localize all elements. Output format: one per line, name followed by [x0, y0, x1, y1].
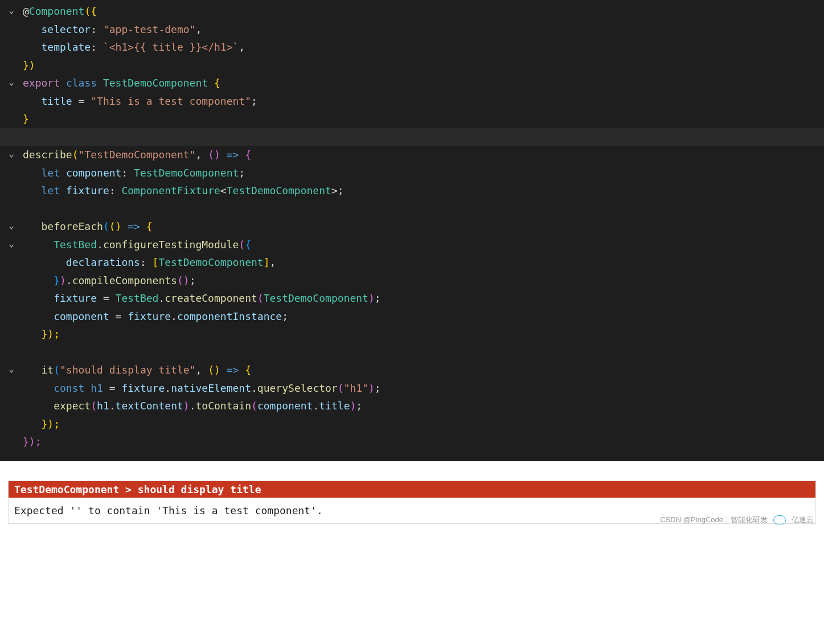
- method-call: toContain: [196, 400, 252, 412]
- gap: [0, 461, 824, 481]
- brace: });: [23, 436, 42, 448]
- watermark-text-right: 亿速云: [792, 515, 814, 525]
- method-call: configureTestingModule: [103, 239, 239, 251]
- code-line[interactable]: let fixture: ComponentFixture<TestDemoCo…: [0, 182, 824, 200]
- string-literal: "app-test-demo": [103, 23, 196, 35]
- chevron-down-icon[interactable]: ⌄: [9, 236, 14, 252]
- string-literal: "TestDemoComponent": [79, 149, 196, 161]
- code-line[interactable]: ⌄ export class TestDemoComponent {: [0, 74, 824, 92]
- string-literal: "This is a test component": [91, 95, 251, 107]
- code-editor[interactable]: ⌄ @Component({ selector: "app-test-demo"…: [0, 0, 824, 461]
- type-ref: TestDemoComponent: [227, 184, 331, 196]
- chevron-down-icon[interactable]: ⌄: [9, 2, 14, 18]
- code-line[interactable]: let component: TestDemoComponent;: [0, 164, 824, 182]
- code-line[interactable]: ⌄ TestBed.configureTestingModule({: [0, 236, 824, 254]
- object-ref: h1: [97, 400, 109, 412]
- chevron-down-icon[interactable]: ⌄: [9, 74, 14, 90]
- class-name: TestDemoComponent: [103, 77, 208, 89]
- code-line[interactable]: });: [0, 325, 824, 343]
- keyword-const: const: [54, 382, 84, 394]
- arrow: =>: [121, 220, 146, 232]
- fold-gutter[interactable]: ⌄: [0, 236, 23, 252]
- function-call: beforeEach: [42, 220, 103, 232]
- keyword-let: let: [42, 184, 60, 196]
- decorator-name: Component: [29, 5, 85, 17]
- type-ref: TestDemoComponent: [264, 292, 368, 304]
- code-line[interactable]: [0, 200, 824, 218]
- code-line[interactable]: component = fixture.componentInstance;: [0, 307, 824, 326]
- variable: component: [66, 167, 122, 179]
- type-ref: TestDemoComponent: [134, 167, 239, 179]
- code-line[interactable]: }: [0, 110, 824, 128]
- property: nativeElement: [171, 382, 251, 394]
- fold-gutter[interactable]: ⌄: [0, 74, 23, 90]
- method-call: querySelector: [257, 382, 338, 394]
- code-line[interactable]: [0, 343, 824, 362]
- code-line-active[interactable]: [0, 128, 824, 146]
- code-line[interactable]: ⌄ beforeEach(() => {: [0, 218, 824, 236]
- fold-gutter[interactable]: ⌄: [0, 146, 23, 162]
- code-line[interactable]: expect(h1.textContent).toContain(compone…: [0, 397, 824, 415]
- code-line[interactable]: declarations: [TestDemoComponent],: [0, 253, 824, 272]
- function-call: describe: [23, 149, 72, 161]
- property: textContent: [116, 400, 183, 412]
- code-line[interactable]: }): [0, 56, 824, 75]
- string-literal: `<h1>{{ title }}</h1>`: [103, 41, 239, 53]
- object-ref: TestBed: [54, 239, 97, 251]
- code-line[interactable]: ⌄ describe("TestDemoComponent", () => {: [0, 146, 824, 164]
- chevron-down-icon[interactable]: ⌄: [9, 218, 14, 233]
- arrow: =>: [220, 149, 245, 161]
- code-line[interactable]: const h1 = fixture.nativeElement.querySe…: [0, 379, 824, 397]
- variable: component: [54, 310, 109, 322]
- code-line[interactable]: selector: "app-test-demo",: [0, 20, 824, 39]
- type-ref: ComponentFixture: [121, 184, 220, 196]
- brace: });: [42, 418, 60, 430]
- fold-gutter[interactable]: ⌄: [0, 361, 23, 377]
- chevron-down-icon[interactable]: ⌄: [9, 146, 14, 162]
- code-line[interactable]: });: [0, 433, 824, 451]
- fold-gutter[interactable]: ⌄: [0, 2, 23, 18]
- test-result-header: TestDemoComponent > should display title: [9, 481, 815, 498]
- property: title: [319, 400, 350, 412]
- watermark-text-left: CSDN @PingCode｜智能化研发: [660, 515, 768, 525]
- code-line[interactable]: ⌄ @Component({: [0, 2, 824, 20]
- code-line[interactable]: title = "This is a test component";: [0, 92, 824, 110]
- keyword-class: class: [66, 77, 97, 89]
- watermark: CSDN @PingCode｜智能化研发 亿速云: [660, 515, 814, 525]
- function-call: expect: [54, 400, 91, 412]
- variable: fixture: [54, 292, 97, 304]
- code-line[interactable]: ⌄ it("should display title", () => {: [0, 361, 824, 379]
- code-line[interactable]: template: `<h1>{{ title }}</h1>`,: [0, 38, 824, 56]
- object-ref: fixture: [121, 382, 165, 394]
- cloud-icon: [773, 515, 786, 524]
- brace: {: [208, 77, 220, 89]
- brace: }): [23, 59, 35, 71]
- keyword-export: export: [23, 77, 60, 89]
- code-line[interactable]: }).compileComponents();: [0, 272, 824, 290]
- decorator-at: @: [23, 5, 29, 17]
- string-literal: "h1": [344, 382, 368, 394]
- property: selector: [42, 23, 91, 35]
- property: declarations: [66, 256, 140, 268]
- variable: fixture: [66, 184, 109, 196]
- string-literal: "should display title": [60, 364, 195, 376]
- property: title: [42, 95, 72, 107]
- method-call: compileComponents: [72, 274, 177, 286]
- chevron-down-icon[interactable]: ⌄: [9, 361, 14, 377]
- brace: ({: [84, 5, 97, 17]
- function-call: it: [42, 364, 54, 376]
- code-line[interactable]: fixture = TestBed.createComponent(TestDe…: [0, 289, 824, 307]
- variable: h1: [91, 382, 103, 394]
- arrow: =>: [220, 364, 245, 376]
- brace: });: [42, 328, 60, 340]
- keyword-let: let: [42, 167, 60, 179]
- type-ref: TestDemoComponent: [158, 256, 263, 268]
- object-ref: fixture: [128, 310, 171, 322]
- fold-gutter[interactable]: ⌄: [0, 218, 23, 233]
- object-ref: component: [257, 400, 313, 412]
- property: template: [42, 41, 91, 53]
- method-call: createComponent: [165, 292, 257, 304]
- brace: }: [23, 113, 29, 125]
- property: componentInstance: [177, 310, 282, 322]
- code-line[interactable]: });: [0, 415, 824, 433]
